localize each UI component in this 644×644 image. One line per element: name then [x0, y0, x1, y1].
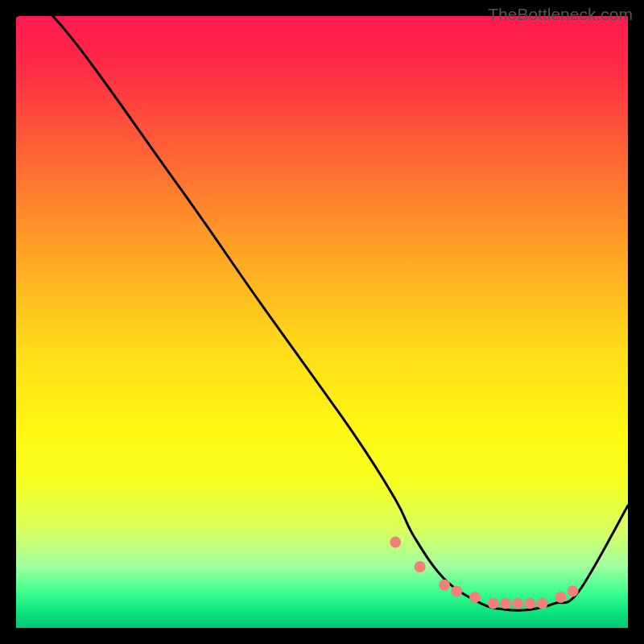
- chart-svg: [16, 16, 628, 628]
- chart-plot-area: [16, 16, 628, 628]
- chart-marker: [488, 598, 499, 609]
- chart-marker: [415, 561, 426, 572]
- chart-marker: [451, 585, 462, 597]
- chart-marker: [500, 598, 511, 609]
- chart-marker: [439, 580, 450, 591]
- chart-marker: [568, 585, 579, 597]
- chart-marker: [469, 592, 481, 603]
- chart-marker: [537, 598, 548, 609]
- chart-curve: [16, 16, 628, 610]
- chart-marker: [555, 592, 566, 603]
- chart-marker: [390, 537, 401, 548]
- chart-marker: [512, 598, 523, 609]
- watermark-text: TheBottleneck.com: [488, 5, 633, 24]
- chart-marker: [524, 598, 535, 609]
- chart-markers: [390, 537, 578, 609]
